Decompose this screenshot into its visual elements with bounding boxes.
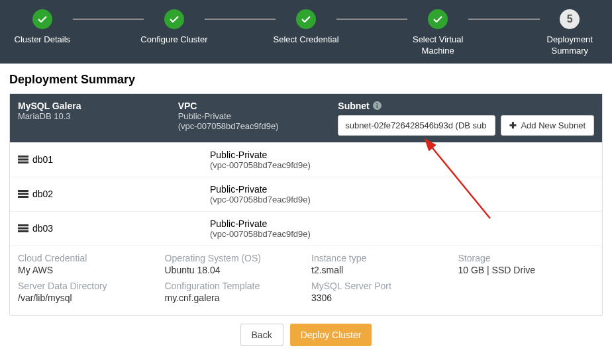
page-title: Deployment Summary xyxy=(9,73,603,87)
svg-rect-3 xyxy=(18,190,28,192)
check-icon xyxy=(428,9,448,29)
meta-value: My AWS xyxy=(18,265,154,275)
step-connector xyxy=(73,19,144,20)
step-select-vm[interactable]: Select Virtual Machine xyxy=(402,9,474,57)
vpc-label: VPC xyxy=(178,101,338,111)
svg-rect-8 xyxy=(18,230,28,232)
step-label: Select Credential xyxy=(274,34,339,46)
svg-rect-1 xyxy=(18,159,28,161)
cluster-subtitle: MariaDB 10.3 xyxy=(18,111,178,121)
meta-label: Server Data Directory xyxy=(18,281,154,291)
db-vpc-id: (vpc-007058bd7eac9fd9e) xyxy=(210,229,402,239)
db-name: db03 xyxy=(32,223,53,234)
add-subnet-button[interactable]: ✚ Add New Subnet xyxy=(501,115,594,136)
table-row: db01 Public-Private (vpc-007058bd7eac9fd… xyxy=(10,142,602,177)
meta-value: 10 GB | SSD Drive xyxy=(458,265,595,275)
summary-panel: MySQL Galera MariaDB 10.3 VPC Public-Pri… xyxy=(9,93,603,316)
meta-label: Instance type xyxy=(311,253,448,263)
step-label: Configure Cluster xyxy=(140,34,207,46)
step-configure-cluster[interactable]: Configure Cluster xyxy=(138,9,210,46)
back-button[interactable]: Back xyxy=(240,324,283,346)
subnet-select[interactable] xyxy=(338,115,495,136)
plus-icon: ✚ xyxy=(509,120,517,130)
db-name: db01 xyxy=(32,154,53,165)
cluster-title: MySQL Galera xyxy=(18,101,178,111)
stepper: Cluster Details Configure Cluster Select… xyxy=(0,0,612,64)
step-deployment-summary[interactable]: 5 Deployment Summary xyxy=(535,9,606,57)
meta-label: Storage xyxy=(458,253,595,263)
subnet-label: Subnet xyxy=(338,101,369,111)
check-icon xyxy=(32,9,52,29)
svg-rect-2 xyxy=(18,161,28,163)
deploy-cluster-button[interactable]: Deploy Cluster xyxy=(290,324,372,346)
meta-value: 3306 xyxy=(311,293,448,303)
vpc-id: (vpc-007058bd7eac9fd9e) xyxy=(178,121,338,131)
step-connector xyxy=(468,19,540,20)
database-icon xyxy=(18,156,28,163)
step-connector xyxy=(336,19,408,20)
check-icon xyxy=(296,9,316,29)
table-row: db03 Public-Private (vpc-007058bd7eac9fd… xyxy=(10,211,602,246)
step-label: Select Virtual Machine xyxy=(402,34,474,57)
step-number: 5 xyxy=(560,9,580,29)
summary-header: MySQL Galera MariaDB 10.3 VPC Public-Pri… xyxy=(10,94,602,142)
meta-label: MySQL Server Port xyxy=(311,281,448,291)
db-vpc-name: Public-Private xyxy=(210,150,402,160)
svg-rect-5 xyxy=(18,196,28,198)
step-cluster-details[interactable]: Cluster Details xyxy=(7,9,78,46)
svg-rect-7 xyxy=(18,228,28,230)
meta-grid: Cloud Credential My AWS Server Data Dire… xyxy=(10,246,602,315)
vpc-name: Public-Private xyxy=(178,111,338,121)
database-icon xyxy=(18,224,28,232)
step-label: Cluster Details xyxy=(15,34,71,46)
check-icon xyxy=(164,9,184,29)
table-row: db02 Public-Private (vpc-007058bd7eac9fd… xyxy=(10,177,602,211)
actions: Back Deploy Cluster xyxy=(9,316,603,354)
meta-value: /var/lib/mysql xyxy=(18,293,154,303)
meta-label: Configuration Template xyxy=(165,281,301,291)
db-vpc-id: (vpc-007058bd7eac9fd9e) xyxy=(210,195,402,205)
db-vpc-id: (vpc-007058bd7eac9fd9e) xyxy=(210,160,402,170)
add-subnet-label: Add New Subnet xyxy=(521,120,586,130)
step-select-credential[interactable]: Select Credential xyxy=(270,9,342,46)
step-label: Deployment Summary xyxy=(535,34,606,57)
db-vpc-name: Public-Private xyxy=(210,184,402,195)
db-vpc-name: Public-Private xyxy=(210,218,402,229)
database-icon xyxy=(18,190,28,198)
db-name: db02 xyxy=(32,189,53,199)
meta-value: my.cnf.galera xyxy=(165,293,301,303)
step-connector xyxy=(205,19,276,20)
meta-value: Ubuntu 18.04 xyxy=(165,265,301,275)
svg-rect-4 xyxy=(18,193,28,195)
meta-label: Operating System (OS) xyxy=(165,253,301,263)
meta-value: t2.small xyxy=(311,265,448,275)
info-icon[interactable]: i xyxy=(373,101,382,110)
meta-label: Cloud Credential xyxy=(18,253,154,263)
svg-rect-0 xyxy=(18,156,28,158)
svg-rect-6 xyxy=(18,224,28,226)
